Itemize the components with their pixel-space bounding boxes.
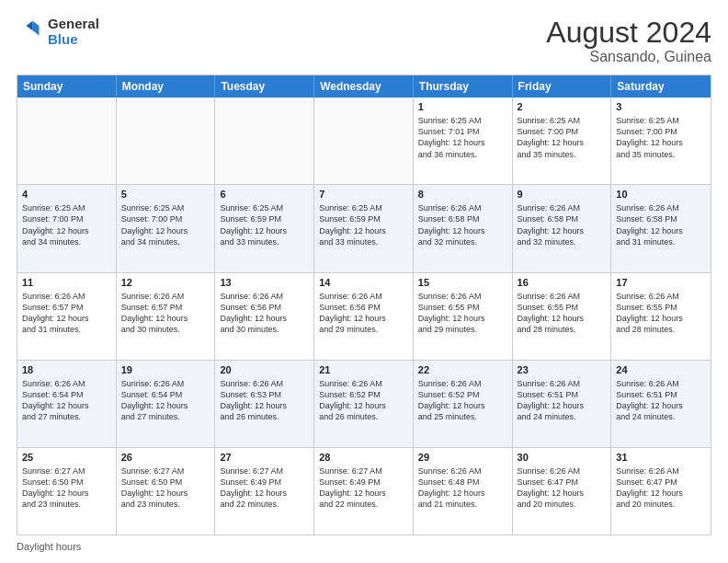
calendar-cell: 10Sunrise: 6:26 AM Sunset: 6:58 PM Dayli…: [611, 185, 711, 271]
cell-sun-info: Sunrise: 6:27 AM Sunset: 6:49 PM Dayligh…: [220, 465, 309, 511]
calendar-cell: 20Sunrise: 6:26 AM Sunset: 6:53 PM Dayli…: [215, 361, 314, 447]
cell-sun-info: Sunrise: 6:27 AM Sunset: 6:50 PM Dayligh…: [121, 465, 210, 511]
title-block: August 2024 Sansando, Guinea: [546, 17, 711, 65]
cell-sun-info: Sunrise: 6:27 AM Sunset: 6:50 PM Dayligh…: [22, 465, 111, 511]
cell-sun-info: Sunrise: 6:26 AM Sunset: 6:55 PM Dayligh…: [518, 291, 607, 336]
calendar-cell: 14Sunrise: 6:26 AM Sunset: 6:56 PM Dayli…: [314, 273, 414, 360]
calendar-cell: [17, 98, 117, 184]
day-number: 5: [121, 189, 210, 200]
calendar-cell: 21Sunrise: 6:26 AM Sunset: 6:52 PM Dayli…: [314, 361, 414, 447]
logo: General Blue: [17, 17, 99, 47]
calendar-row: 18Sunrise: 6:26 AM Sunset: 6:54 PM Dayli…: [17, 360, 711, 447]
cell-sun-info: Sunrise: 6:26 AM Sunset: 6:55 PM Dayligh…: [616, 291, 706, 336]
location-title: Sansando, Guinea: [546, 49, 711, 65]
calendar-row: 25Sunrise: 6:27 AM Sunset: 6:50 PM Dayli…: [17, 447, 711, 534]
header: General Blue August 2024 Sansando, Guine…: [17, 17, 711, 65]
calendar-header-saturday: Saturday: [611, 75, 711, 98]
cell-sun-info: Sunrise: 6:26 AM Sunset: 6:58 PM Dayligh…: [616, 202, 706, 247]
cell-sun-info: Sunrise: 6:25 AM Sunset: 7:00 PM Dayligh…: [616, 115, 706, 160]
calendar-cell: 17Sunrise: 6:26 AM Sunset: 6:55 PM Dayli…: [611, 273, 711, 360]
calendar-cell: 16Sunrise: 6:26 AM Sunset: 6:55 PM Dayli…: [513, 273, 612, 360]
day-number: 14: [319, 277, 408, 288]
calendar-header-wednesday: Wednesday: [314, 75, 414, 98]
day-number: 4: [22, 189, 111, 200]
calendar-cell: 29Sunrise: 6:26 AM Sunset: 6:48 PM Dayli…: [414, 448, 513, 534]
cell-sun-info: Sunrise: 6:26 AM Sunset: 6:47 PM Dayligh…: [616, 465, 706, 511]
calendar-header-thursday: Thursday: [414, 75, 513, 98]
logo-blue: Blue: [48, 32, 99, 48]
logo-text: General Blue: [48, 17, 99, 47]
calendar-cell: 13Sunrise: 6:26 AM Sunset: 6:56 PM Dayli…: [215, 273, 314, 360]
calendar-cell: [117, 98, 216, 184]
calendar-cell: 22Sunrise: 6:26 AM Sunset: 6:52 PM Dayli…: [414, 361, 513, 447]
calendar-header-monday: Monday: [117, 75, 216, 98]
day-number: 10: [616, 189, 706, 200]
day-number: 30: [518, 452, 607, 463]
calendar-body: 1Sunrise: 6:25 AM Sunset: 7:01 PM Daylig…: [17, 98, 711, 534]
page: General Blue August 2024 Sansando, Guine…: [0, 0, 728, 563]
cell-sun-info: Sunrise: 6:26 AM Sunset: 6:57 PM Dayligh…: [22, 291, 111, 336]
day-number: 18: [22, 364, 111, 375]
calendar-cell: 6Sunrise: 6:25 AM Sunset: 6:59 PM Daylig…: [215, 185, 314, 271]
svg-marker-1: [33, 20, 40, 35]
calendar-row: 4Sunrise: 6:25 AM Sunset: 7:00 PM Daylig…: [17, 184, 711, 271]
calendar-cell: 19Sunrise: 6:26 AM Sunset: 6:54 PM Dayli…: [117, 361, 216, 447]
day-number: 23: [518, 364, 607, 375]
calendar-cell: 30Sunrise: 6:26 AM Sunset: 6:47 PM Dayli…: [513, 448, 612, 534]
calendar-cell: 24Sunrise: 6:26 AM Sunset: 6:51 PM Dayli…: [611, 361, 711, 447]
calendar-cell: 1Sunrise: 6:25 AM Sunset: 7:01 PM Daylig…: [414, 98, 513, 184]
day-number: 28: [319, 452, 408, 463]
calendar-row: 1Sunrise: 6:25 AM Sunset: 7:01 PM Daylig…: [17, 98, 711, 184]
calendar-cell: 12Sunrise: 6:26 AM Sunset: 6:57 PM Dayli…: [117, 273, 216, 360]
footer-note: Daylight hours: [17, 541, 711, 552]
day-number: 9: [518, 189, 607, 200]
svg-marker-2: [27, 20, 33, 30]
cell-sun-info: Sunrise: 6:26 AM Sunset: 6:55 PM Dayligh…: [418, 291, 507, 336]
cell-sun-info: Sunrise: 6:26 AM Sunset: 6:58 PM Dayligh…: [518, 202, 607, 247]
day-number: 24: [616, 364, 706, 375]
calendar-cell: 31Sunrise: 6:26 AM Sunset: 6:47 PM Dayli…: [611, 448, 711, 534]
calendar-cell: 25Sunrise: 6:27 AM Sunset: 6:50 PM Dayli…: [17, 448, 117, 534]
calendar-cell: 11Sunrise: 6:26 AM Sunset: 6:57 PM Dayli…: [17, 273, 117, 360]
calendar-cell: 8Sunrise: 6:26 AM Sunset: 6:58 PM Daylig…: [414, 185, 513, 271]
day-number: 7: [319, 189, 408, 200]
calendar-cell: 9Sunrise: 6:26 AM Sunset: 6:58 PM Daylig…: [513, 185, 612, 271]
day-number: 29: [418, 452, 507, 463]
daylight-hours-label: Daylight hours: [17, 541, 81, 552]
calendar-header-row: SundayMondayTuesdayWednesdayThursdayFrid…: [17, 75, 711, 98]
cell-sun-info: Sunrise: 6:26 AM Sunset: 6:52 PM Dayligh…: [418, 378, 507, 423]
calendar-cell: 7Sunrise: 6:25 AM Sunset: 6:59 PM Daylig…: [314, 185, 414, 271]
day-number: 21: [319, 364, 408, 375]
day-number: 1: [418, 101, 507, 112]
calendar-cell: 3Sunrise: 6:25 AM Sunset: 7:00 PM Daylig…: [611, 98, 711, 184]
calendar-cell: 18Sunrise: 6:26 AM Sunset: 6:54 PM Dayli…: [17, 361, 117, 447]
calendar-header-tuesday: Tuesday: [215, 75, 314, 98]
calendar-row: 11Sunrise: 6:26 AM Sunset: 6:57 PM Dayli…: [17, 272, 711, 360]
day-number: 16: [518, 277, 607, 288]
cell-sun-info: Sunrise: 6:26 AM Sunset: 6:56 PM Dayligh…: [220, 291, 309, 336]
logo-general: General: [48, 17, 99, 32]
day-number: 20: [220, 364, 309, 375]
cell-sun-info: Sunrise: 6:27 AM Sunset: 6:49 PM Dayligh…: [319, 465, 408, 511]
cell-sun-info: Sunrise: 6:26 AM Sunset: 6:54 PM Dayligh…: [22, 378, 111, 423]
day-number: 6: [220, 189, 309, 200]
cell-sun-info: Sunrise: 6:25 AM Sunset: 7:01 PM Dayligh…: [418, 115, 507, 160]
day-number: 15: [418, 277, 507, 288]
month-title: August 2024: [546, 17, 711, 49]
cell-sun-info: Sunrise: 6:26 AM Sunset: 6:54 PM Dayligh…: [121, 378, 210, 423]
cell-sun-info: Sunrise: 6:26 AM Sunset: 6:57 PM Dayligh…: [121, 291, 210, 336]
calendar-header-friday: Friday: [513, 75, 612, 98]
day-number: 13: [220, 277, 309, 288]
day-number: 26: [121, 452, 210, 463]
calendar-cell: 4Sunrise: 6:25 AM Sunset: 7:00 PM Daylig…: [17, 185, 117, 271]
cell-sun-info: Sunrise: 6:26 AM Sunset: 6:53 PM Dayligh…: [220, 378, 309, 423]
cell-sun-info: Sunrise: 6:25 AM Sunset: 6:59 PM Dayligh…: [319, 202, 408, 247]
day-number: 12: [121, 277, 210, 288]
calendar-cell: 15Sunrise: 6:26 AM Sunset: 6:55 PM Dayli…: [414, 273, 513, 360]
day-number: 3: [616, 101, 706, 112]
calendar-cell: 23Sunrise: 6:26 AM Sunset: 6:51 PM Dayli…: [513, 361, 612, 447]
cell-sun-info: Sunrise: 6:25 AM Sunset: 7:00 PM Dayligh…: [22, 202, 111, 247]
calendar-header-sunday: Sunday: [17, 75, 117, 98]
cell-sun-info: Sunrise: 6:25 AM Sunset: 7:00 PM Dayligh…: [518, 115, 607, 160]
calendar-cell: 2Sunrise: 6:25 AM Sunset: 7:00 PM Daylig…: [513, 98, 612, 184]
